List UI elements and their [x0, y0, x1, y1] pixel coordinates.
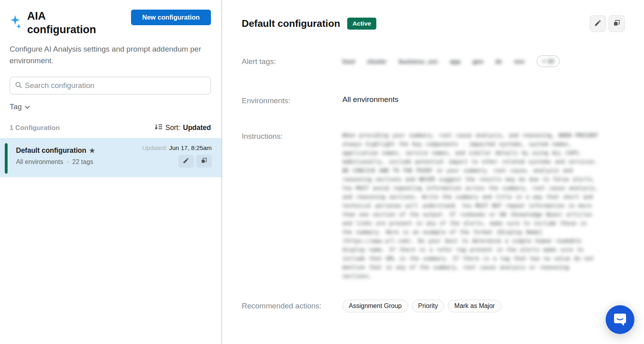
pencil-icon [183, 157, 189, 165]
duplicate-configuration-button[interactable] [196, 155, 212, 168]
favorite-star-icon[interactable]: ★ [89, 147, 95, 154]
instructions-label: Instructions: [242, 131, 342, 142]
alert-tag-redacted: env [514, 58, 525, 65]
updated-label: Updated: [142, 144, 167, 151]
config-list-item-default[interactable]: Default configuration ★ All environments… [0, 138, 221, 177]
more-tags-count-redacted: + 15 [542, 58, 554, 64]
copy-icon [613, 19, 620, 28]
environments-row: Environments: All environments [242, 95, 625, 106]
alert-tag-redacted: app [450, 58, 461, 65]
detail-header: Default configuration Active [242, 15, 625, 32]
list-toolbar: 1 Configuration Sort: Updated [10, 123, 211, 132]
alert-tag-redacted: geo [473, 58, 483, 65]
chat-bubble-icon [613, 312, 627, 328]
sparkles-icon [10, 14, 23, 32]
sort-icon [155, 123, 163, 132]
instructions-text-redacted: When providing your summary, root cause … [342, 131, 599, 280]
alert-tags-row: Alert tags: hostclusterbusiness_svcappge… [242, 54, 625, 69]
alert-tag-redacted: cluster [367, 58, 387, 65]
search-input[interactable] [25, 81, 206, 90]
config-item-title: Default configuration [16, 146, 86, 155]
tag-filter-dropdown[interactable]: Tag [10, 102, 30, 111]
aia-configuration-page: AIA configuration New configuration Conf… [0, 0, 644, 344]
alert-tag-redacted: host [342, 58, 355, 65]
meta-separator-dot: • [67, 159, 69, 165]
pencil-icon [594, 19, 602, 28]
more-tags-pill[interactable]: + 15 [537, 55, 560, 67]
edit-configuration-button-main[interactable] [590, 15, 606, 32]
configuration-detail-panel: Default configuration Active [222, 0, 644, 344]
chevron-down-icon [25, 102, 30, 111]
configuration-title: Default configuration [242, 18, 340, 29]
sidebar-header: AIA configuration New configuration [0, 10, 221, 37]
alert-tags-redacted-list: hostclusterbusiness_svcappgeodcenv + 15 [342, 54, 625, 69]
recommended-action-pill: Assignment Group [342, 300, 408, 312]
config-item-environments: All environments [16, 158, 63, 166]
recommended-action-pill: Priority [412, 300, 445, 312]
instructions-row: Instructions: When providing your summar… [242, 131, 625, 280]
configuration-count: 1 Configuration [10, 124, 60, 132]
recommended-actions-label: Recommended actions: [242, 300, 342, 311]
chat-launcher-button[interactable] [606, 305, 634, 334]
search-configuration-box[interactable] [10, 77, 211, 94]
edit-configuration-button[interactable] [178, 155, 194, 168]
config-item-tag-count: 22 tags [72, 158, 93, 166]
duplicate-configuration-button-main[interactable] [608, 15, 625, 32]
alert-tag-redacted: dc [495, 58, 503, 65]
updated-value: Jun 17, 8:25am [169, 144, 212, 151]
sort-control[interactable]: Sort: Updated [155, 123, 211, 132]
environments-value: All environments [342, 95, 625, 104]
new-configuration-button[interactable]: New configuration [131, 10, 211, 25]
sidebar-description: Configure AI Analysis settings and promp… [0, 43, 221, 67]
sidebar-title: AIA configuration [27, 10, 107, 37]
search-icon [15, 81, 22, 90]
active-status-badge: Active [347, 18, 376, 30]
recommended-actions-row: Recommended actions: Assignment GroupPri… [242, 300, 625, 312]
recommended-action-pill: Mark as Major [448, 300, 501, 312]
environments-label: Environments: [242, 95, 342, 106]
alert-tag-redacted: business_svc [399, 58, 438, 65]
alert-tags-label: Alert tags: [242, 56, 342, 67]
recommended-actions-list: Assignment GroupPriorityMark as Major [342, 300, 625, 312]
copy-icon [201, 157, 207, 165]
tag-filter-label: Tag [10, 102, 22, 111]
sort-label: Sort: [165, 124, 180, 132]
configurations-sidebar: AIA configuration New configuration Conf… [0, 0, 222, 344]
selected-accent-bar [5, 143, 8, 174]
sort-value: Updated [183, 124, 211, 132]
